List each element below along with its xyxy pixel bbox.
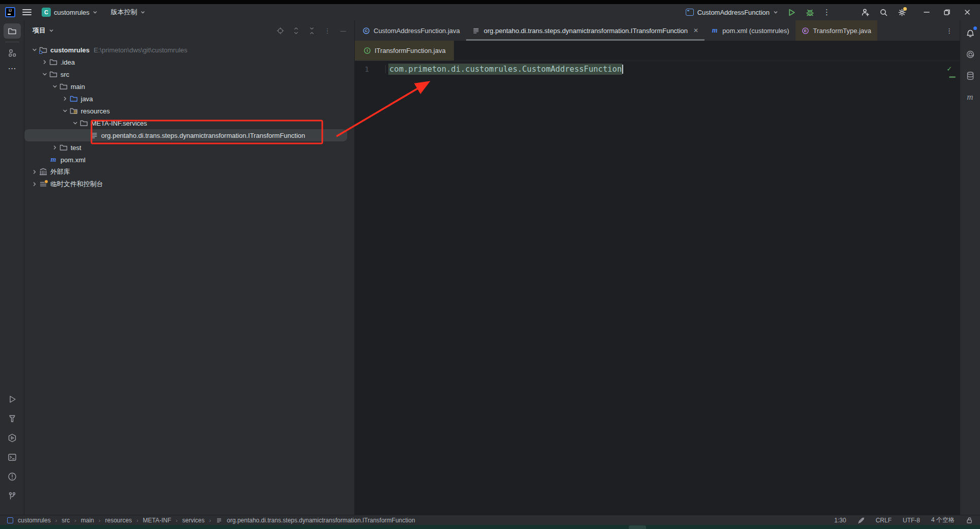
breadcrumb-item[interactable]: services	[182, 517, 205, 524]
maven-tool-window-icon[interactable]: m	[962, 90, 979, 105]
debug-button[interactable]	[805, 7, 815, 17]
breadcrumb-separator: ›	[176, 517, 178, 523]
vcs-widget-label: 版本控制	[111, 8, 137, 17]
chevron-collapsed-icon[interactable]	[61, 95, 69, 103]
intellij-logo-icon: IJ	[5, 7, 15, 17]
tab-label: TransformType.java	[813, 27, 871, 35]
chevron-expanded-icon[interactable]	[61, 107, 69, 115]
window-restore-button[interactable]	[938, 6, 956, 19]
vcs-widget[interactable]: 版本控制	[108, 6, 148, 19]
tree-row-external-libraries[interactable]: 外部库	[24, 166, 354, 178]
structure-tool-window-button[interactable]	[4, 45, 21, 61]
tree-row-src[interactable]: src	[24, 68, 354, 80]
notifications-bell-icon[interactable]	[962, 25, 979, 41]
more-actions-button[interactable]: ⋮	[823, 8, 831, 17]
problems-tool-window-button[interactable]	[4, 469, 21, 484]
close-tab-icon[interactable]: ✕	[693, 27, 698, 34]
module-icon	[7, 517, 13, 523]
tab-label: CustomAddressFunction.java	[374, 27, 460, 35]
project-widget-label: customrules	[54, 9, 89, 16]
chevron-collapsed-icon[interactable]	[41, 58, 49, 66]
window-close-button[interactable]	[959, 6, 976, 19]
collapse-all-button[interactable]	[308, 26, 316, 35]
tree-row-meta-inf-services[interactable]: META-INF.services	[24, 117, 354, 129]
git-tool-window-button[interactable]	[4, 488, 21, 504]
indent-widget[interactable]: 4 个空格	[931, 516, 955, 524]
ai-assistant-icon[interactable]	[962, 47, 979, 62]
scratches-icon	[39, 180, 48, 188]
svg-text:E: E	[804, 28, 807, 33]
subtab-itransformfunction-java[interactable]: I ITransformFunction.java	[355, 41, 454, 61]
breadcrumb-item[interactable]: main	[81, 517, 94, 524]
run-button[interactable]	[786, 7, 797, 17]
database-tool-window-icon[interactable]	[962, 68, 979, 83]
locate-file-button[interactable]	[276, 26, 284, 35]
breadcrumb-item[interactable]: META-INF	[143, 517, 171, 524]
tree-row-java[interactable]: java	[24, 93, 354, 105]
line-number: 1	[355, 65, 386, 73]
inspections-ok-icon[interactable]: ✓	[947, 64, 952, 73]
scratches-badge	[45, 180, 48, 183]
run-tool-window-button[interactable]	[4, 392, 21, 407]
chevron-expanded-icon[interactable]	[41, 70, 49, 78]
chevron-down-icon	[773, 10, 778, 15]
breadcrumb-item[interactable]: org.pentaho.di.trans.steps.dynamictransf…	[227, 517, 415, 524]
tab-customaddressfunction-java[interactable]: C CustomAddressFunction.java	[356, 20, 466, 41]
expand-all-button[interactable]	[292, 26, 300, 35]
breadcrumb-separator: ›	[74, 517, 76, 523]
tree-label: test	[71, 144, 81, 152]
tab-itransformfunction-service-file[interactable]: org.pentaho.di.trans.steps.dynamictransf…	[466, 20, 705, 41]
window-minimize-button[interactable]	[918, 6, 935, 19]
chevron-expanded-icon[interactable]	[71, 119, 79, 127]
os-taskbar-strip	[0, 525, 980, 529]
interface-icon: I	[363, 47, 371, 55]
breadcrumb-item[interactable]: src	[62, 517, 70, 524]
readonly-pen-icon[interactable]	[858, 517, 865, 524]
chevron-collapsed-icon[interactable]	[30, 180, 39, 188]
caret-position-widget[interactable]: 1:30	[834, 517, 846, 524]
tree-row-scratches[interactable]: 临时文件和控制台	[24, 178, 354, 190]
breadcrumb-separator: ›	[55, 517, 57, 523]
tree-row-project-root[interactable]: customrules E:\primeton\dws\git\customru…	[24, 44, 354, 56]
build-tool-window-button[interactable]	[4, 411, 21, 426]
more-tool-windows-button[interactable]: ⋯	[4, 61, 21, 76]
unlock-icon[interactable]	[966, 517, 973, 524]
tree-row-idea[interactable]: .idea	[24, 56, 354, 68]
folder-icon	[49, 58, 58, 66]
run-configuration-selector[interactable]: CustomAddressFunction	[686, 9, 778, 16]
tree-label: customrules	[50, 46, 89, 54]
settings-gear-icon[interactable]	[897, 7, 907, 17]
tab-transformtype-java[interactable]: E TransformType.java	[795, 20, 877, 41]
encoding-widget[interactable]: UTF-8	[903, 517, 920, 524]
project-view-selector[interactable]: 项目	[33, 26, 54, 35]
tab-list-button[interactable]: ⋮	[939, 20, 960, 41]
breadcrumb-item[interactable]: customrules	[18, 517, 51, 524]
chevron-expanded-icon[interactable]	[30, 46, 39, 54]
services-tool-window-button[interactable]	[4, 430, 21, 446]
hide-panel-button[interactable]: —	[339, 26, 347, 35]
add-user-icon[interactable]	[860, 7, 870, 17]
main-menu-button[interactable]	[22, 7, 32, 17]
terminal-tool-window-button[interactable]	[4, 450, 21, 465]
folder-icon	[49, 70, 58, 78]
tree-row-test[interactable]: test	[24, 141, 354, 154]
project-widget[interactable]: C customrules	[39, 6, 101, 19]
svg-text:I: I	[366, 48, 368, 53]
chevron-collapsed-icon[interactable]	[30, 168, 39, 176]
libraries-icon	[39, 168, 48, 176]
chevron-collapsed-icon[interactable]	[51, 143, 59, 152]
code-editor[interactable]: 1 com.primeton.di.customrules.CustomAddr…	[355, 61, 960, 515]
tree-row-resources[interactable]: resources	[24, 105, 354, 117]
tree-row-itransformfunction-file[interactable]: org.pentaho.di.trans.steps.dynamictransf…	[24, 129, 347, 141]
project-tool-window-button[interactable]	[4, 23, 21, 39]
run-config-label: CustomAddressFunction	[697, 9, 770, 16]
chevron-expanded-icon[interactable]	[51, 82, 59, 91]
tree-row-pom-xml[interactable]: m pom.xml	[24, 154, 354, 166]
breadcrumb-item[interactable]: resources	[105, 517, 132, 524]
tree-label: src	[60, 71, 69, 78]
tree-row-main[interactable]: main	[24, 80, 354, 93]
search-icon[interactable]	[878, 7, 889, 17]
panel-options-button[interactable]: ⋮	[323, 26, 331, 35]
tab-pom-xml[interactable]: m pom.xml (customrules)	[705, 20, 795, 41]
line-ending-widget[interactable]: CRLF	[876, 517, 892, 524]
